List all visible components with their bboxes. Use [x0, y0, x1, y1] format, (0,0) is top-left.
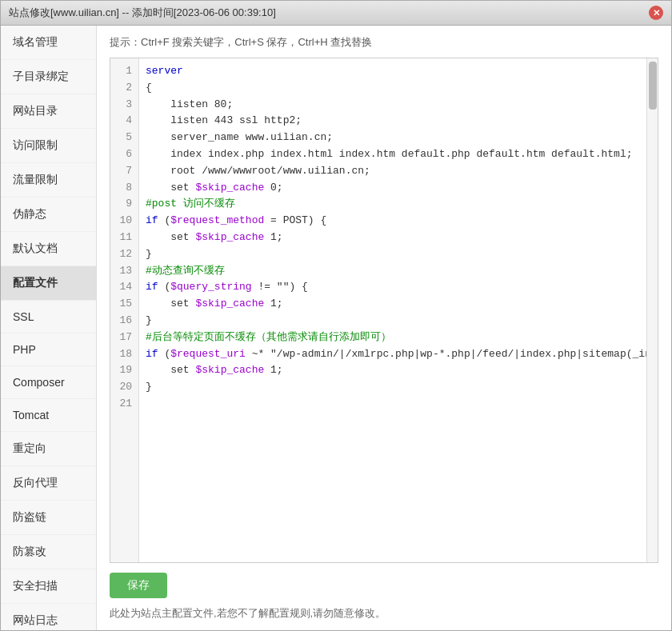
code-line-4: listen 443 ssl http2; [146, 113, 640, 130]
content-area: 提示：Ctrl+F 搜索关键字，Ctrl+S 保存，Ctrl+H 查找替换 12… [97, 26, 671, 630]
code-line-16: set $skip_cache 1; [146, 296, 640, 313]
sidebar-item-ssl[interactable]: SSL [1, 301, 96, 333]
save-button[interactable]: 保存 [110, 573, 167, 598]
window-title: 站点修改[www.uilian.cn] -- 添加时间[2023-06-06 0… [9, 6, 276, 20]
scrollbar-thumb[interactable] [649, 62, 657, 110]
footer-note: 此处为站点主配置文件,若您不了解配置规则,请勿随意修改。 [110, 606, 658, 621]
sidebar-item-reverse-proxy[interactable]: 反向代理 [1, 466, 96, 501]
main-window: 站点修改[www.uilian.cn] -- 添加时间[2023-06-06 0… [0, 0, 672, 631]
sidebar-item-php[interactable]: PHP [1, 333, 96, 366]
code-line-18: #后台等特定页面不缓存（其他需求请自行添加即可） [146, 329, 640, 346]
sidebar-item-traffic[interactable]: 流量限制 [1, 163, 96, 198]
sidebar: 域名管理 子目录绑定 网站目录 访问限制 流量限制 伪静态 默认文档 配置文件 … [1, 26, 97, 630]
code-line-7: root /www/wwwroot/www.uilian.cn; [146, 163, 640, 180]
code-line-3: listen 80; [146, 97, 640, 114]
sidebar-item-access[interactable]: 访问限制 [1, 129, 96, 163]
sidebar-item-hotlink[interactable]: 防盗链 [1, 501, 96, 535]
line-numbers: 12345 678910 1112131415 1617181920 21 [110, 58, 139, 562]
sidebar-item-default-doc[interactable]: 默认文档 [1, 232, 96, 266]
sidebar-item-tomcat[interactable]: Tomcat [1, 399, 96, 432]
code-line-11: if ($request_method = POST) { [146, 213, 640, 230]
sidebar-item-scan[interactable]: 安全扫描 [1, 569, 96, 604]
code-line-17: } [146, 313, 640, 329]
code-line-15: if ($query_string != "") { [146, 279, 640, 296]
code-text[interactable]: server { listen 80; listen 443 ssl http2… [139, 58, 646, 562]
title-bar: 站点修改[www.uilian.cn] -- 添加时间[2023-06-06 0… [1, 1, 671, 26]
sidebar-item-domain[interactable]: 域名管理 [1, 26, 96, 60]
code-line-9: set $skip_cache 0; [146, 180, 640, 197]
code-line-2: { [146, 80, 640, 97]
sidebar-item-composer[interactable]: Composer [1, 366, 96, 399]
code-line-5: server_name www.uilian.cn; [146, 130, 640, 146]
code-line-10: #post 访问不缓存 [146, 196, 640, 213]
code-line-12: set $skip_cache 1; [146, 230, 640, 246]
code-line-1: server [146, 63, 640, 80]
sidebar-item-subdir[interactable]: 子目录绑定 [1, 60, 96, 94]
sidebar-item-redirect[interactable]: 重定向 [1, 432, 96, 466]
code-line-19: if ($request_uri ~* "/wp-admin/|/xmlrpc.… [146, 346, 640, 363]
sidebar-item-config[interactable]: 配置文件 [1, 266, 96, 301]
sidebar-item-tamper[interactable]: 防篡改 [1, 535, 96, 569]
code-line-20: set $skip_cache 1; [146, 362, 640, 379]
code-editor[interactable]: 12345 678910 1112131415 1617181920 21 se… [110, 58, 658, 563]
code-line-13: } [146, 246, 640, 263]
sidebar-item-log[interactable]: 网站日志 [1, 604, 96, 630]
sidebar-item-rewrite[interactable]: 伪静态 [1, 198, 96, 232]
hint-text: 提示：Ctrl+F 搜索关键字，Ctrl+S 保存，Ctrl+H 查找替换 [110, 35, 658, 50]
code-line-6: index index.php index.html index.htm def… [146, 146, 640, 163]
scrollbar[interactable] [646, 58, 658, 562]
main-content: 域名管理 子目录绑定 网站目录 访问限制 流量限制 伪静态 默认文档 配置文件 … [1, 26, 671, 630]
sidebar-item-webdir[interactable]: 网站目录 [1, 94, 96, 129]
code-line-14: #动态查询不缓存 [146, 263, 640, 280]
close-button[interactable]: ✕ [649, 6, 663, 20]
code-line-21: } [146, 379, 640, 396]
